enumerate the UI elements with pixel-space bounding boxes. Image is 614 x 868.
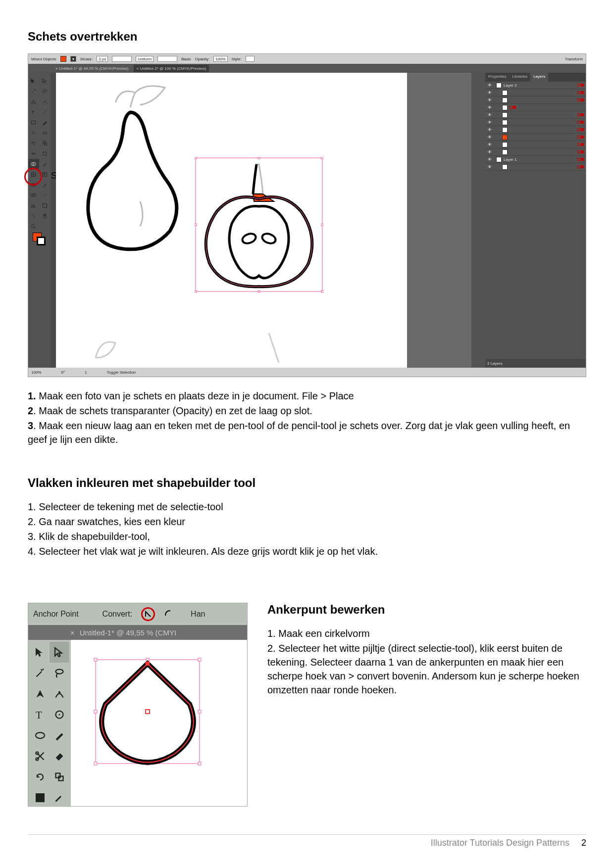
visibility-icon[interactable]: 👁 [487, 98, 492, 102]
paintbrush-tool-icon[interactable] [50, 725, 69, 746]
layer-row[interactable]: 👁 [485, 96, 586, 104]
shapebuilder-tool-icon[interactable] [28, 159, 39, 169]
artboard-canvas-2[interactable] [71, 640, 247, 806]
lasso-tool-icon[interactable] [50, 663, 69, 683]
curvature-tool-icon[interactable] [50, 683, 69, 704]
artboard-tool-icon[interactable] [40, 200, 51, 210]
visibility-icon[interactable]: 👁 [487, 150, 492, 154]
layer-row[interactable]: 👁 [485, 134, 586, 141]
scale-tool-icon[interactable] [50, 767, 69, 787]
tab-libraries[interactable]: Libraries [509, 73, 530, 82]
symbol-sprayer-icon[interactable] [40, 190, 51, 200]
layer-row[interactable]: 👁 [485, 148, 586, 156]
visibility-icon[interactable]: 👁 [487, 157, 492, 162]
svg-point-17 [43, 193, 44, 194]
layer-row[interactable]: 👁 [485, 111, 586, 119]
type-tool-icon[interactable]: T [28, 107, 39, 117]
zoom-tool-icon[interactable] [28, 221, 39, 231]
visibility-icon[interactable]: 👁 [487, 83, 492, 88]
tab-layers[interactable]: Layers [530, 73, 548, 82]
tab-properties[interactable]: Properties [485, 73, 509, 82]
visibility-icon[interactable]: 👁 [487, 113, 492, 117]
blend-tool-icon[interactable] [28, 190, 39, 200]
rotate-tool-icon[interactable] [30, 767, 50, 787]
scale-tool-icon[interactable] [40, 138, 51, 148]
visibility-icon[interactable]: 👁 [487, 143, 492, 147]
visibility-icon[interactable]: 👁 [487, 128, 492, 132]
stroke-profile-dropdown[interactable] [112, 56, 132, 62]
layer-row[interactable]: 👁Layer 2 [485, 82, 586, 89]
svg-point-24 [32, 224, 35, 228]
gradient-tool-icon[interactable] [28, 180, 39, 190]
selection-tool-icon[interactable] [30, 642, 50, 663]
column-graph-icon[interactable] [28, 200, 39, 210]
type-tool-icon[interactable]: T [30, 704, 50, 725]
magic-wand-icon[interactable] [28, 86, 39, 96]
direct-selection-tool-icon[interactable] [40, 76, 51, 86]
shaper-tool-icon[interactable] [28, 128, 39, 138]
touch-type-icon[interactable] [50, 704, 69, 725]
visibility-icon[interactable]: 👁 [487, 105, 492, 110]
stroke-weight-input[interactable]: 3 px [97, 56, 108, 62]
dropdown-icon[interactable]: ▾ [70, 56, 76, 62]
style-dropdown[interactable] [246, 56, 255, 62]
pen-tool-icon[interactable] [30, 683, 50, 704]
magic-wand-icon[interactable] [30, 663, 50, 683]
visibility-icon[interactable]: 👁 [487, 91, 492, 95]
ellipse-tool-icon[interactable] [30, 725, 50, 746]
eraser-tool-icon[interactable] [50, 746, 69, 767]
layer-row[interactable]: 👁 [485, 126, 586, 134]
visibility-icon[interactable]: 👁 [487, 135, 492, 140]
doc-tab-2[interactable]: × Untitled-2* @ 100 % (CMYK/Preview) [134, 65, 209, 72]
fill-swatch[interactable] [60, 56, 66, 62]
status-zoom[interactable]: 100% [31, 370, 41, 375]
doc-tab[interactable]: Untitled-1* @ 49,55 % (CMYI [80, 628, 176, 637]
close-tab-icon[interactable]: × [70, 628, 75, 637]
artboard-canvas[interactable] [56, 73, 471, 368]
direct-selection-tool-icon[interactable] [50, 642, 69, 663]
svg-rect-14 [32, 184, 36, 186]
stroke-uniform-dropdown[interactable]: Uniform [136, 56, 154, 62]
mesh-tool-icon[interactable] [40, 169, 51, 179]
perspective-grid-icon[interactable] [28, 169, 39, 179]
pen-tool-icon[interactable] [28, 96, 39, 106]
eraser-tool-icon[interactable] [40, 128, 51, 138]
svg-rect-6 [44, 143, 47, 145]
fill-stroke-indicator[interactable] [28, 232, 50, 246]
ctrl-mixed-objects: Mixed Objects [31, 57, 56, 61]
layer-row[interactable]: 👁 [485, 104, 586, 111]
width-tool-icon[interactable] [28, 148, 39, 158]
layer-row[interactable]: 👁 [485, 119, 586, 126]
paintbrush-tool-icon[interactable] [40, 117, 51, 127]
visibility-icon[interactable]: 👁 [487, 165, 492, 169]
layer-row[interactable]: 👁 [485, 163, 586, 171]
rotate-tool-icon[interactable] [28, 138, 39, 148]
eyedropper-tool-icon[interactable] [40, 180, 51, 190]
svg-rect-57 [146, 662, 150, 666]
layer-row[interactable]: 👁 [485, 141, 586, 148]
control-bar-2: Anchor Point Convert: Han [28, 603, 247, 625]
more-tool-icon-2[interactable] [50, 787, 69, 808]
status-rotation[interactable]: 0° [61, 370, 65, 375]
hand-tool-icon[interactable] [40, 211, 51, 221]
status-artboard[interactable]: 1 [85, 370, 87, 375]
rectangle-tool-icon[interactable] [28, 117, 39, 127]
opacity-input[interactable]: 100% [213, 56, 227, 62]
doc-tab-1[interactable]: × Untitled-1* @ 49,55 % (CMYK/Preview) [55, 66, 129, 71]
brush-dropdown[interactable] [157, 56, 177, 62]
convert-corner-icon[interactable] [141, 607, 155, 621]
line-tool-icon[interactable] [40, 107, 51, 117]
lasso-tool-icon[interactable] [40, 86, 51, 96]
layer-row[interactable]: 👁 [485, 89, 586, 96]
free-transform-icon[interactable] [40, 148, 51, 158]
layer-row[interactable]: 👁Layer 1 [485, 156, 586, 163]
svg-rect-15 [31, 194, 33, 196]
scissors-tool-icon[interactable] [30, 746, 50, 767]
selection-tool-icon[interactable] [28, 76, 39, 86]
livepaint-tool-icon[interactable] [40, 159, 51, 169]
curvature-tool-icon[interactable] [40, 96, 51, 106]
more-tool-icon[interactable] [30, 787, 50, 808]
slice-tool-icon[interactable] [28, 211, 39, 221]
convert-smooth-icon[interactable] [164, 609, 172, 619]
visibility-icon[interactable]: 👁 [487, 120, 492, 125]
